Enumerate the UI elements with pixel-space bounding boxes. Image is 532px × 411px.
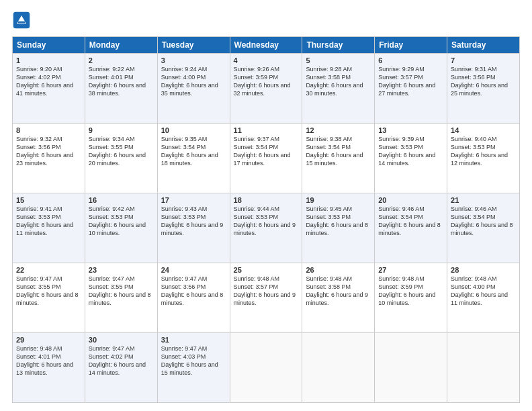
cell-info: Sunrise: 9:24 AMSunset: 4:00 PMDaylight:…	[161, 66, 218, 97]
day-number: 16	[89, 196, 154, 204]
cell-info: Sunrise: 9:47 AMSunset: 3:55 PMDaylight:…	[16, 275, 79, 306]
cell-info: Sunrise: 9:26 AMSunset: 3:59 PMDaylight:…	[234, 66, 291, 97]
calendar-cell: 18Sunrise: 9:44 AMSunset: 3:53 PMDayligh…	[230, 193, 302, 263]
cell-info: Sunrise: 9:28 AMSunset: 3:58 PMDaylight:…	[306, 66, 363, 97]
week-row-1: 1Sunrise: 9:20 AMSunset: 4:02 PMDaylight…	[13, 54, 520, 124]
cell-info: Sunrise: 9:37 AMSunset: 3:54 PMDaylight:…	[234, 136, 291, 167]
day-number: 15	[16, 196, 81, 204]
cell-info: Sunrise: 9:20 AMSunset: 4:02 PMDaylight:…	[16, 66, 73, 97]
col-header-saturday: Saturday	[447, 37, 520, 54]
col-header-friday: Friday	[375, 37, 447, 54]
calendar-cell: 5Sunrise: 9:28 AMSunset: 3:58 PMDaylight…	[302, 54, 375, 124]
day-number: 5	[306, 56, 371, 64]
calendar-cell: 12Sunrise: 9:38 AMSunset: 3:54 PMDayligh…	[302, 124, 375, 193]
calendar-cell: 22Sunrise: 9:47 AMSunset: 3:55 PMDayligh…	[13, 263, 85, 333]
calendar-cell: 1Sunrise: 9:20 AMSunset: 4:02 PMDaylight…	[13, 54, 85, 124]
calendar-cell: 8Sunrise: 9:32 AMSunset: 3:56 PMDaylight…	[13, 124, 85, 193]
day-number: 14	[451, 126, 516, 134]
cell-info: Sunrise: 9:31 AMSunset: 3:56 PMDaylight:…	[451, 66, 508, 97]
day-number: 27	[378, 266, 443, 274]
calendar-cell: 23Sunrise: 9:47 AMSunset: 3:55 PMDayligh…	[85, 263, 157, 333]
col-header-sunday: Sunday	[13, 37, 85, 54]
svg-rect-2	[18, 21, 26, 24]
calendar-cell	[375, 333, 447, 403]
calendar-cell: 28Sunrise: 9:48 AMSunset: 4:00 PMDayligh…	[447, 263, 520, 333]
col-header-thursday: Thursday	[302, 37, 375, 54]
cell-info: Sunrise: 9:42 AMSunset: 3:53 PMDaylight:…	[89, 205, 146, 236]
day-number: 2	[89, 56, 154, 64]
calendar-cell: 25Sunrise: 9:48 AMSunset: 3:57 PMDayligh…	[230, 263, 302, 333]
cell-info: Sunrise: 9:48 AMSunset: 4:01 PMDaylight:…	[16, 345, 73, 376]
cell-info: Sunrise: 9:46 AMSunset: 3:54 PMDaylight:…	[378, 205, 441, 236]
week-row-5: 29Sunrise: 9:48 AMSunset: 4:01 PMDayligh…	[13, 333, 520, 403]
cell-info: Sunrise: 9:39 AMSunset: 3:53 PMDaylight:…	[378, 136, 435, 167]
day-number: 3	[161, 56, 226, 64]
calendar-cell: 14Sunrise: 9:40 AMSunset: 3:53 PMDayligh…	[447, 124, 520, 193]
day-number: 11	[234, 126, 299, 134]
day-number: 31	[161, 336, 226, 344]
calendar-cell: 17Sunrise: 9:43 AMSunset: 3:53 PMDayligh…	[157, 193, 230, 263]
day-number: 17	[161, 196, 226, 204]
day-number: 24	[161, 266, 226, 274]
calendar-cell: 30Sunrise: 9:47 AMSunset: 4:02 PMDayligh…	[85, 333, 157, 403]
cell-info: Sunrise: 9:32 AMSunset: 3:56 PMDaylight:…	[16, 136, 73, 167]
cell-info: Sunrise: 9:48 AMSunset: 3:58 PMDaylight:…	[306, 275, 368, 306]
logo	[12, 11, 34, 30]
calendar-cell: 4Sunrise: 9:26 AMSunset: 3:59 PMDaylight…	[230, 54, 302, 124]
calendar-cell: 27Sunrise: 9:48 AMSunset: 3:59 PMDayligh…	[375, 263, 447, 333]
week-row-3: 15Sunrise: 9:41 AMSunset: 3:53 PMDayligh…	[13, 193, 520, 263]
header	[12, 11, 520, 30]
cell-info: Sunrise: 9:48 AMSunset: 4:00 PMDaylight:…	[451, 275, 508, 306]
cell-info: Sunrise: 9:47 AMSunset: 4:02 PMDaylight:…	[89, 345, 146, 376]
calendar-cell	[302, 333, 375, 403]
week-row-4: 22Sunrise: 9:47 AMSunset: 3:55 PMDayligh…	[13, 263, 520, 333]
day-number: 22	[16, 266, 81, 274]
calendar-cell: 11Sunrise: 9:37 AMSunset: 3:54 PMDayligh…	[230, 124, 302, 193]
day-number: 18	[234, 196, 299, 204]
cell-info: Sunrise: 9:46 AMSunset: 3:54 PMDaylight:…	[451, 205, 513, 236]
day-number: 21	[451, 196, 516, 204]
day-number: 25	[234, 266, 299, 274]
calendar-cell	[230, 333, 302, 403]
cell-info: Sunrise: 9:22 AMSunset: 4:01 PMDaylight:…	[89, 66, 146, 97]
cell-info: Sunrise: 9:45 AMSunset: 3:53 PMDaylight:…	[306, 205, 368, 236]
week-row-2: 8Sunrise: 9:32 AMSunset: 3:56 PMDaylight…	[13, 124, 520, 193]
calendar-cell: 15Sunrise: 9:41 AMSunset: 3:53 PMDayligh…	[13, 193, 85, 263]
day-number: 12	[306, 126, 371, 134]
calendar-cell: 3Sunrise: 9:24 AMSunset: 4:00 PMDaylight…	[157, 54, 230, 124]
calendar-cell: 21Sunrise: 9:46 AMSunset: 3:54 PMDayligh…	[447, 193, 520, 263]
day-number: 7	[451, 56, 516, 64]
day-number: 13	[378, 126, 443, 134]
cell-info: Sunrise: 9:41 AMSunset: 3:53 PMDaylight:…	[16, 205, 73, 236]
cell-info: Sunrise: 9:47 AMSunset: 3:55 PMDaylight:…	[89, 275, 151, 306]
cell-info: Sunrise: 9:40 AMSunset: 3:53 PMDaylight:…	[451, 136, 508, 167]
day-number: 28	[451, 266, 516, 274]
cell-info: Sunrise: 9:38 AMSunset: 3:54 PMDaylight:…	[306, 136, 363, 167]
day-number: 10	[161, 126, 226, 134]
day-number: 9	[89, 126, 154, 134]
calendar-cell	[447, 333, 520, 403]
cell-info: Sunrise: 9:34 AMSunset: 3:55 PMDaylight:…	[89, 136, 146, 167]
calendar-cell: 6Sunrise: 9:29 AMSunset: 3:57 PMDaylight…	[375, 54, 447, 124]
cell-info: Sunrise: 9:43 AMSunset: 3:53 PMDaylight:…	[161, 205, 224, 236]
calendar-table: SundayMondayTuesdayWednesdayThursdayFrid…	[12, 36, 520, 403]
calendar-cell: 19Sunrise: 9:45 AMSunset: 3:53 PMDayligh…	[302, 193, 375, 263]
calendar-cell: 13Sunrise: 9:39 AMSunset: 3:53 PMDayligh…	[375, 124, 447, 193]
calendar-cell: 7Sunrise: 9:31 AMSunset: 3:56 PMDaylight…	[447, 54, 520, 124]
col-header-wednesday: Wednesday	[230, 37, 302, 54]
calendar-cell: 16Sunrise: 9:42 AMSunset: 3:53 PMDayligh…	[85, 193, 157, 263]
calendar-cell: 24Sunrise: 9:47 AMSunset: 3:56 PMDayligh…	[157, 263, 230, 333]
logo-icon	[12, 11, 31, 30]
calendar-cell: 31Sunrise: 9:47 AMSunset: 4:03 PMDayligh…	[157, 333, 230, 403]
day-number: 29	[16, 336, 81, 344]
day-number: 8	[16, 126, 81, 134]
day-number: 1	[16, 56, 81, 64]
cell-info: Sunrise: 9:48 AMSunset: 3:59 PMDaylight:…	[378, 275, 435, 306]
cell-info: Sunrise: 9:29 AMSunset: 3:57 PMDaylight:…	[378, 66, 435, 97]
cell-info: Sunrise: 9:47 AMSunset: 3:56 PMDaylight:…	[161, 275, 224, 306]
day-number: 26	[306, 266, 371, 274]
calendar-cell: 2Sunrise: 9:22 AMSunset: 4:01 PMDaylight…	[85, 54, 157, 124]
cell-info: Sunrise: 9:48 AMSunset: 3:57 PMDaylight:…	[234, 275, 296, 306]
day-number: 23	[89, 266, 154, 274]
calendar-cell: 20Sunrise: 9:46 AMSunset: 3:54 PMDayligh…	[375, 193, 447, 263]
